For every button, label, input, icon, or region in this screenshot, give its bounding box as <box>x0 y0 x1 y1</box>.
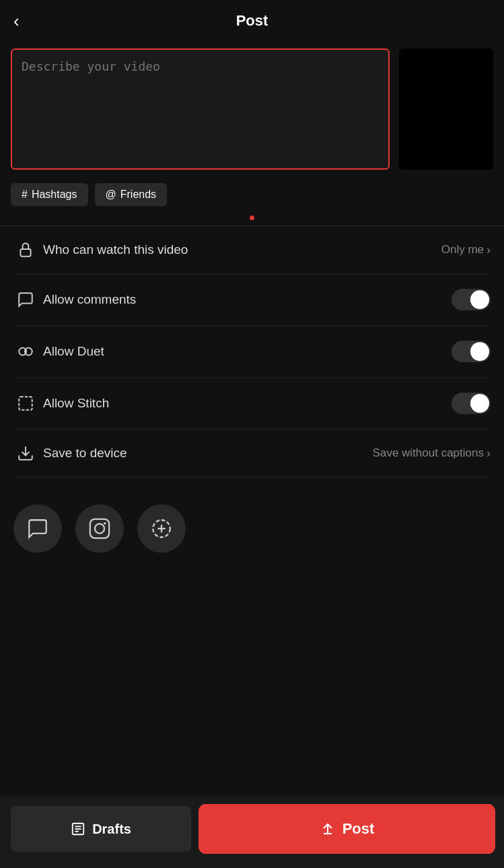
who-can-watch-value[interactable]: Only me › <box>441 243 491 257</box>
friends-label: Friends <box>120 189 156 201</box>
settings-list: Who can watch this video Only me › Allow… <box>0 226 504 477</box>
drafts-icon <box>71 822 85 836</box>
toggle-knob <box>470 290 489 309</box>
more-share-button[interactable] <box>137 504 186 553</box>
drafts-label: Drafts <box>92 822 131 837</box>
save-to-device-value[interactable]: Save without captions › <box>373 446 491 461</box>
allow-comments-row: Allow comments <box>13 274 491 326</box>
description-input-wrapper[interactable] <box>11 48 390 170</box>
back-button[interactable]: ‹ <box>13 11 20 32</box>
post-label: Post <box>343 820 375 838</box>
post-button[interactable]: Post <box>201 806 493 852</box>
description-input[interactable] <box>22 59 379 133</box>
messages-share-button[interactable] <box>13 504 62 553</box>
save-to-device-label: Save to device <box>43 446 373 461</box>
hashtags-button[interactable]: # Hashtags <box>11 183 88 206</box>
duet-icon <box>13 343 38 360</box>
description-section <box>0 42 504 176</box>
at-icon: @ <box>106 189 116 201</box>
bottom-bar: Drafts Post <box>0 797 504 868</box>
allow-duet-label: Allow Duet <box>43 344 452 359</box>
toggle-knob-stitch <box>470 394 489 413</box>
comment-icon <box>13 291 38 308</box>
svg-rect-5 <box>90 519 109 538</box>
who-can-watch-label: Who can watch this video <box>43 242 441 257</box>
svg-point-7 <box>104 523 106 525</box>
toggle-knob-duet <box>470 342 489 361</box>
stitch-icon <box>13 395 38 412</box>
svg-rect-3 <box>19 397 32 410</box>
friends-button[interactable]: @ Friends <box>95 183 168 206</box>
tag-buttons-row: # Hashtags @ Friends <box>0 176 504 210</box>
chevron-right-icon: › <box>487 243 491 257</box>
save-to-device-row[interactable]: Save to device Save without captions › <box>13 430 491 477</box>
page-title: Post <box>236 12 268 30</box>
chevron-right-save-icon: › <box>487 446 491 461</box>
allow-duet-toggle[interactable] <box>452 341 491 362</box>
bottom-spacer <box>0 566 504 640</box>
hashtags-label: Hashtags <box>32 189 77 201</box>
post-icon <box>320 821 336 837</box>
who-can-watch-row[interactable]: Who can watch this video Only me › <box>13 226 491 274</box>
allow-duet-row: Allow Duet <box>13 326 491 378</box>
download-icon <box>13 444 38 462</box>
share-icons-row <box>0 477 504 566</box>
allow-comments-label: Allow comments <box>43 292 452 307</box>
scroll-dot <box>250 215 254 220</box>
header: ‹ Post <box>0 0 504 42</box>
allow-stitch-row: Allow Stitch <box>13 378 491 430</box>
allow-comments-toggle[interactable] <box>452 289 491 310</box>
dot-indicator <box>0 210 504 226</box>
hashtag-icon: # <box>22 189 28 201</box>
instagram-share-button[interactable] <box>75 504 124 553</box>
allow-stitch-toggle[interactable] <box>452 393 491 414</box>
svg-rect-0 <box>20 249 30 257</box>
allow-stitch-label: Allow Stitch <box>43 396 452 411</box>
lock-icon <box>13 241 38 259</box>
drafts-button[interactable]: Drafts <box>11 806 191 852</box>
svg-point-6 <box>95 524 104 533</box>
video-thumbnail <box>399 48 493 170</box>
